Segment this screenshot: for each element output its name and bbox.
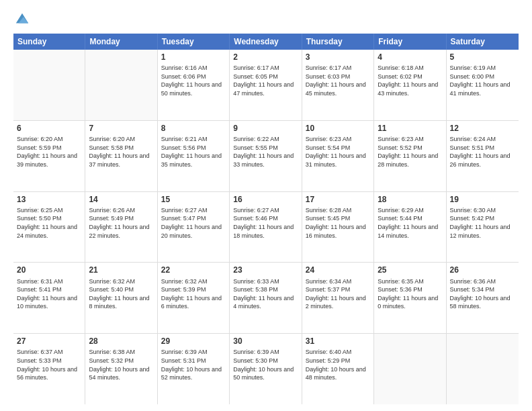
cell-info-12: Sunrise: 6:24 AM Sunset: 5:51 PM Dayligh… <box>450 135 515 169</box>
day-number-13: 13 <box>17 194 81 205</box>
cal-cell-w0-d5: 4Sunrise: 6:18 AM Sunset: 6:02 PM Daylig… <box>374 50 446 120</box>
day-number-11: 11 <box>378 123 442 134</box>
cal-cell-w1-d1: 7Sunrise: 6:20 AM Sunset: 5:58 PM Daylig… <box>85 121 157 191</box>
cal-cell-w0-d6: 5Sunrise: 6:19 AM Sunset: 6:00 PM Daylig… <box>447 50 519 120</box>
day-number-18: 18 <box>378 194 442 205</box>
day-number-29: 29 <box>161 336 226 347</box>
cal-cell-w4-d2: 29Sunrise: 6:39 AM Sunset: 5:31 PM Dayli… <box>158 334 230 404</box>
cal-cell-w3-d4: 24Sunrise: 6:34 AM Sunset: 5:37 PM Dayli… <box>302 263 374 333</box>
cell-info-14: Sunrise: 6:26 AM Sunset: 5:49 PM Dayligh… <box>89 206 153 240</box>
header-wednesday: Wednesday <box>230 34 302 50</box>
calendar: Sunday Monday Tuesday Wednesday Thursday… <box>13 34 519 404</box>
cell-info-2: Sunrise: 6:17 AM Sunset: 6:05 PM Dayligh… <box>233 64 298 97</box>
cell-info-16: Sunrise: 6:27 AM Sunset: 5:46 PM Dayligh… <box>233 206 298 240</box>
day-number-22: 22 <box>161 265 226 275</box>
logo-text <box>13 12 30 27</box>
day-number-4: 4 <box>378 52 442 62</box>
cal-cell-w4-d4: 31Sunrise: 6:40 AM Sunset: 5:29 PM Dayli… <box>302 334 374 404</box>
cell-info-17: Sunrise: 6:28 AM Sunset: 5:45 PM Dayligh… <box>306 206 370 240</box>
cell-info-20: Sunrise: 6:31 AM Sunset: 5:41 PM Dayligh… <box>17 277 81 311</box>
header <box>13 12 519 27</box>
day-number-19: 19 <box>450 194 515 205</box>
cal-cell-w4-d5 <box>374 334 446 404</box>
cal-cell-w0-d0 <box>13 50 85 120</box>
day-number-23: 23 <box>233 265 298 275</box>
day-number-7: 7 <box>89 123 153 134</box>
cell-info-7: Sunrise: 6:20 AM Sunset: 5:58 PM Dayligh… <box>89 135 153 169</box>
cell-info-18: Sunrise: 6:29 AM Sunset: 5:44 PM Dayligh… <box>378 206 442 240</box>
logo <box>13 12 30 27</box>
cell-info-23: Sunrise: 6:33 AM Sunset: 5:38 PM Dayligh… <box>233 277 298 311</box>
cal-cell-w3-d2: 22Sunrise: 6:32 AM Sunset: 5:39 PM Dayli… <box>158 263 230 333</box>
cal-cell-w1-d2: 8Sunrise: 6:21 AM Sunset: 5:56 PM Daylig… <box>158 121 230 191</box>
day-number-20: 20 <box>17 265 81 275</box>
cell-info-10: Sunrise: 6:23 AM Sunset: 5:54 PM Dayligh… <box>306 135 370 169</box>
cell-info-4: Sunrise: 6:18 AM Sunset: 6:02 PM Dayligh… <box>378 64 442 97</box>
cal-cell-w3-d3: 23Sunrise: 6:33 AM Sunset: 5:38 PM Dayli… <box>230 263 302 333</box>
day-number-25: 25 <box>378 265 442 275</box>
cell-info-5: Sunrise: 6:19 AM Sunset: 6:00 PM Dayligh… <box>450 64 515 97</box>
day-number-5: 5 <box>450 52 515 62</box>
day-number-16: 16 <box>233 194 298 205</box>
day-number-21: 21 <box>89 265 153 275</box>
header-saturday: Saturday <box>447 34 519 50</box>
cell-info-27: Sunrise: 6:37 AM Sunset: 5:33 PM Dayligh… <box>17 348 81 381</box>
header-sunday: Sunday <box>13 34 85 50</box>
day-number-30: 30 <box>233 336 298 347</box>
day-number-14: 14 <box>89 194 153 205</box>
day-number-15: 15 <box>161 194 226 205</box>
week-row-2: 13Sunrise: 6:25 AM Sunset: 5:50 PM Dayli… <box>13 192 519 263</box>
calendar-body: 1Sunrise: 6:16 AM Sunset: 6:06 PM Daylig… <box>13 50 519 404</box>
cal-cell-w1-d4: 10Sunrise: 6:23 AM Sunset: 5:54 PM Dayli… <box>302 121 374 191</box>
calendar-page: Sunday Monday Tuesday Wednesday Thursday… <box>0 0 532 411</box>
week-row-0: 1Sunrise: 6:16 AM Sunset: 6:06 PM Daylig… <box>13 50 519 121</box>
calendar-header: Sunday Monday Tuesday Wednesday Thursday… <box>13 34 519 50</box>
cell-info-6: Sunrise: 6:20 AM Sunset: 5:59 PM Dayligh… <box>17 135 81 169</box>
cell-info-11: Sunrise: 6:23 AM Sunset: 5:52 PM Dayligh… <box>378 135 442 169</box>
day-number-3: 3 <box>306 52 370 62</box>
cal-cell-w0-d3: 2Sunrise: 6:17 AM Sunset: 6:05 PM Daylig… <box>230 50 302 120</box>
cell-info-28: Sunrise: 6:38 AM Sunset: 5:32 PM Dayligh… <box>89 348 153 381</box>
cal-cell-w3-d1: 21Sunrise: 6:32 AM Sunset: 5:40 PM Dayli… <box>85 263 157 333</box>
cal-cell-w1-d6: 12Sunrise: 6:24 AM Sunset: 5:51 PM Dayli… <box>447 121 519 191</box>
cal-cell-w2-d4: 17Sunrise: 6:28 AM Sunset: 5:45 PM Dayli… <box>302 192 374 263</box>
header-thursday: Thursday <box>302 34 374 50</box>
week-row-3: 20Sunrise: 6:31 AM Sunset: 5:41 PM Dayli… <box>13 263 519 334</box>
cell-info-21: Sunrise: 6:32 AM Sunset: 5:40 PM Dayligh… <box>89 277 153 311</box>
cell-info-24: Sunrise: 6:34 AM Sunset: 5:37 PM Dayligh… <box>306 277 370 311</box>
day-number-27: 27 <box>17 336 81 347</box>
day-number-31: 31 <box>306 336 370 347</box>
day-number-10: 10 <box>306 123 370 134</box>
cal-cell-w4-d6 <box>447 334 519 404</box>
day-number-24: 24 <box>306 265 370 275</box>
cell-info-22: Sunrise: 6:32 AM Sunset: 5:39 PM Dayligh… <box>161 277 226 311</box>
cal-cell-w0-d1 <box>85 50 157 120</box>
cell-info-25: Sunrise: 6:35 AM Sunset: 5:36 PM Dayligh… <box>378 277 442 311</box>
cell-info-26: Sunrise: 6:36 AM Sunset: 5:34 PM Dayligh… <box>450 277 515 311</box>
header-tuesday: Tuesday <box>158 34 230 50</box>
week-row-4: 27Sunrise: 6:37 AM Sunset: 5:33 PM Dayli… <box>13 334 519 404</box>
cell-info-15: Sunrise: 6:27 AM Sunset: 5:47 PM Dayligh… <box>161 206 226 240</box>
cal-cell-w3-d6: 26Sunrise: 6:36 AM Sunset: 5:34 PM Dayli… <box>447 263 519 333</box>
cal-cell-w4-d1: 28Sunrise: 6:38 AM Sunset: 5:32 PM Dayli… <box>85 334 157 404</box>
day-number-1: 1 <box>161 52 226 62</box>
cal-cell-w0-d2: 1Sunrise: 6:16 AM Sunset: 6:06 PM Daylig… <box>158 50 230 120</box>
cell-info-31: Sunrise: 6:40 AM Sunset: 5:29 PM Dayligh… <box>306 348 370 381</box>
cal-cell-w3-d0: 20Sunrise: 6:31 AM Sunset: 5:41 PM Dayli… <box>13 263 85 333</box>
cal-cell-w0-d4: 3Sunrise: 6:17 AM Sunset: 6:03 PM Daylig… <box>302 50 374 120</box>
header-friday: Friday <box>374 34 446 50</box>
cal-cell-w2-d6: 19Sunrise: 6:30 AM Sunset: 5:42 PM Dayli… <box>447 192 519 263</box>
cell-info-13: Sunrise: 6:25 AM Sunset: 5:50 PM Dayligh… <box>17 206 81 240</box>
day-number-26: 26 <box>450 265 515 275</box>
header-monday: Monday <box>85 34 157 50</box>
logo-icon <box>15 12 30 27</box>
day-number-28: 28 <box>89 336 153 347</box>
cell-info-9: Sunrise: 6:22 AM Sunset: 5:55 PM Dayligh… <box>233 135 298 169</box>
cal-cell-w3-d5: 25Sunrise: 6:35 AM Sunset: 5:36 PM Dayli… <box>374 263 446 333</box>
cal-cell-w2-d5: 18Sunrise: 6:29 AM Sunset: 5:44 PM Dayli… <box>374 192 446 263</box>
cell-info-30: Sunrise: 6:39 AM Sunset: 5:30 PM Dayligh… <box>233 348 298 381</box>
cell-info-3: Sunrise: 6:17 AM Sunset: 6:03 PM Dayligh… <box>306 64 370 97</box>
day-number-17: 17 <box>306 194 370 205</box>
cal-cell-w2-d1: 14Sunrise: 6:26 AM Sunset: 5:49 PM Dayli… <box>85 192 157 263</box>
cell-info-8: Sunrise: 6:21 AM Sunset: 5:56 PM Dayligh… <box>161 135 226 169</box>
